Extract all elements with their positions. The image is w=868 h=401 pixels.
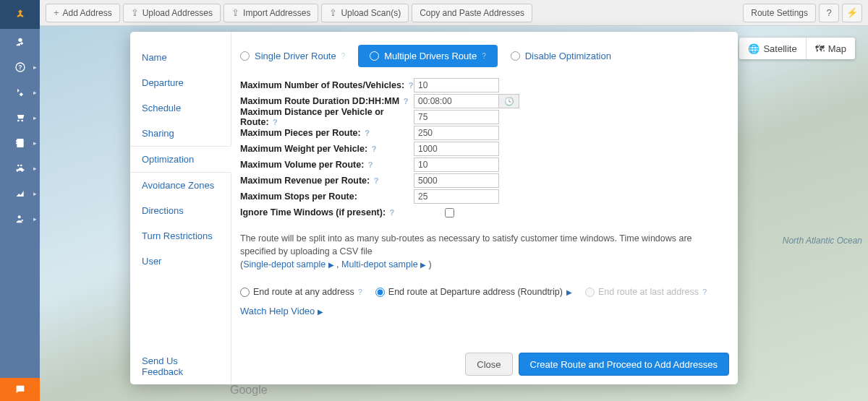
end-route-departure-label: End route at Departure address (Roundtri…	[388, 287, 563, 297]
satellite-toggle[interactable]: 🌐Satellite	[739, 38, 805, 59]
max-weight-label: Maximum Weight per Vehicle: ?	[240, 144, 414, 154]
upload-icon: ⇪	[329, 7, 337, 18]
help-icon[interactable]: ?	[273, 118, 278, 126]
help-icon[interactable]: ?	[358, 288, 362, 296]
help-circle-icon: ?	[826, 7, 831, 18]
end-route-departure-radio[interactable]	[375, 288, 385, 297]
nav-help[interactable]: ? ▸	[0, 54, 40, 79]
route-type-tabs: Single Driver Route? Multiple Drivers Ro…	[231, 32, 738, 77]
user-plus-icon	[14, 36, 26, 48]
sidebar-item-schedule[interactable]: Schedule	[130, 95, 231, 121]
ignore-time-windows-label: Ignore Time Windows (if present): ?	[240, 207, 414, 217]
max-pieces-input[interactable]	[414, 126, 499, 140]
quick-action-button[interactable]: ⚡	[842, 4, 862, 22]
app-logo	[0, 0, 40, 29]
help-icon: ?	[482, 52, 486, 60]
time-window-note: The route will be split into as many sub…	[231, 220, 738, 259]
max-routes-input[interactable]	[414, 78, 499, 92]
nav-fleet[interactable]: ▸	[0, 155, 40, 181]
route-settings-button[interactable]: Route Settings	[743, 4, 816, 22]
end-route-any-radio[interactable]	[240, 288, 250, 297]
sidebar-item-name[interactable]: Name	[130, 45, 231, 70]
max-pieces-label: Maximum Pieces per Route: ?	[240, 128, 414, 138]
satellite-label: Satellite	[763, 43, 796, 54]
help-icon[interactable]: ?	[409, 81, 414, 90]
nav-analytics[interactable]: ▸	[0, 181, 40, 206]
chat-icon	[14, 384, 26, 395]
map-icon: 🗺	[815, 43, 825, 54]
help-icon[interactable]: ?	[365, 129, 370, 137]
user-gear-icon	[14, 213, 26, 225]
import-addresses-label: Import Addresses	[243, 8, 310, 18]
ignore-time-windows-checkbox[interactable]	[445, 208, 454, 217]
tab-multiple-drivers[interactable]: Multiple Drivers Route?	[358, 45, 497, 67]
video-icon: ▶	[420, 261, 426, 269]
chevron-right-icon: ▸	[33, 215, 37, 223]
upload-addresses-label: Upload Addresses	[142, 8, 213, 18]
help-icon: ?	[14, 61, 26, 73]
route-icon	[14, 87, 26, 98]
tab-disable-optimization[interactable]: Disable Optimization	[511, 51, 611, 61]
help-icon[interactable]: ?	[374, 176, 379, 185]
upload-scans-button[interactable]: ⇪Upload Scan(s)	[321, 4, 409, 22]
help-button[interactable]: ?	[819, 4, 839, 22]
map-toggle[interactable]: 🗺Map	[806, 38, 855, 59]
sidebar-item-avoidance[interactable]: Avoidance Zones	[130, 173, 231, 198]
help-icon[interactable]: ?	[390, 208, 395, 217]
samples-row: (Single-depot sample ▶ , Multi-depot sam…	[231, 259, 738, 270]
analytics-icon	[14, 188, 26, 199]
create-route-button[interactable]: Create Route and Proceed to Add Addresse…	[519, 353, 729, 376]
modal-footer: Close Create Route and Proceed to Add Ad…	[231, 345, 738, 384]
sidebar-item-departure[interactable]: Departure	[130, 70, 231, 95]
help-icon[interactable]: ?	[368, 160, 373, 169]
help-icon[interactable]: ?	[404, 97, 409, 105]
nav-cart[interactable]: ▸	[0, 105, 40, 130]
single-depot-sample-link[interactable]: Single-depot sample ▶	[243, 259, 333, 270]
tab-multiple-label: Multiple Drivers Route	[384, 51, 477, 61]
tab-single-driver[interactable]: Single Driver Route?	[240, 51, 345, 61]
map-label: Map	[828, 43, 846, 54]
nav-routes[interactable]: ▸	[0, 79, 40, 105]
max-revenue-label: Maximum Revenue per Route: ?	[240, 176, 414, 186]
nav-user-settings[interactable]: ▸	[0, 206, 40, 231]
upload-icon: ⇪	[231, 7, 239, 18]
end-route-last: End route at last address ?	[585, 287, 707, 297]
chevron-right-icon: ▸	[33, 139, 37, 147]
video-icon: ▶	[318, 308, 323, 316]
add-address-button[interactable]: +Add Address	[46, 4, 120, 22]
copy-paste-label: Copy and Paste Addresses	[420, 8, 524, 18]
max-stops-label: Maximum Stops per Route:	[240, 191, 414, 202]
upload-addresses-button[interactable]: ⇪Upload Addresses	[123, 4, 221, 22]
end-route-any[interactable]: End route at any address ?	[240, 287, 362, 297]
send-feedback-link[interactable]: Send Us Feedback	[130, 348, 231, 384]
duration-picker-button[interactable]: 🕓	[499, 94, 519, 108]
max-distance-input[interactable]	[414, 110, 499, 124]
nav-add-user[interactable]	[0, 29, 40, 54]
end-route-departure[interactable]: End route at Departure address (Roundtri…	[375, 287, 572, 297]
max-stops-input[interactable]	[414, 189, 499, 204]
close-button[interactable]: Close	[465, 353, 512, 376]
sidebar-item-turn-restrictions[interactable]: Turn Restrictions	[130, 223, 231, 249]
sidebar-item-user[interactable]: User	[130, 249, 231, 274]
addressbook-icon	[14, 137, 26, 149]
sidebar-item-directions[interactable]: Directions	[130, 198, 231, 223]
sidebar-item-sharing[interactable]: Sharing	[130, 121, 231, 146]
chevron-right-icon: ▸	[33, 165, 37, 172]
max-volume-input[interactable]	[414, 158, 499, 172]
import-addresses-button[interactable]: ⇪Import Addresses	[224, 4, 318, 22]
max-weight-input[interactable]	[414, 142, 499, 156]
chat-button[interactable]	[0, 378, 40, 401]
watch-help-video-link[interactable]: Watch Help Video ▶	[240, 306, 323, 316]
nav-addressbook[interactable]: ▸	[0, 130, 40, 155]
max-duration-input[interactable]	[414, 94, 499, 108]
multi-depot-sample-link[interactable]: Multi-depot sample ▶	[341, 259, 426, 270]
globe-icon: 🌐	[748, 43, 760, 54]
sidebar-item-optimization[interactable]: Optimization	[130, 146, 231, 173]
chevron-right-icon: ▸	[33, 190, 37, 197]
chevron-right-icon: ▸	[33, 114, 37, 121]
add-address-label: Add Address	[63, 8, 112, 18]
max-revenue-input[interactable]	[414, 173, 499, 188]
help-icon[interactable]: ?	[372, 145, 377, 153]
copy-paste-button[interactable]: Copy and Paste Addresses	[412, 4, 532, 22]
tab-disable-label: Disable Optimization	[525, 51, 611, 61]
